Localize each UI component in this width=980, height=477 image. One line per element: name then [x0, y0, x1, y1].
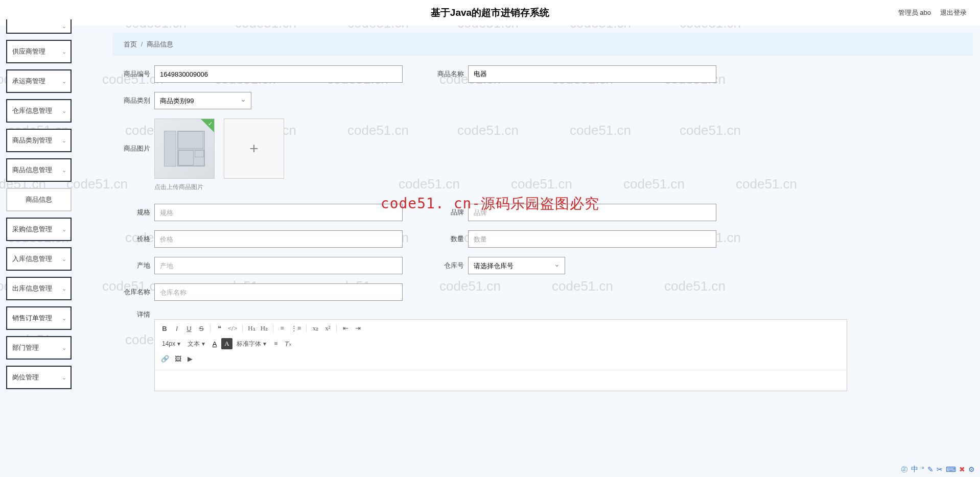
italic-icon[interactable]: I — [171, 323, 182, 334]
quote-icon[interactable]: ❝ — [214, 323, 225, 334]
breadcrumb-home[interactable]: 首页 — [124, 40, 137, 48]
sidebar-item-carrier[interactable]: 承运商管理⌄ — [6, 69, 72, 93]
input-warehouse-name[interactable] — [154, 283, 403, 301]
sidebar-item-sales[interactable]: 销售订单管理⌄ — [6, 306, 72, 330]
h1-icon[interactable]: H₁ — [246, 323, 257, 334]
editor-toolbar: B I U S ❝ </> H₁ H₂ ≡ ⋮≡ x₂ — [155, 320, 847, 370]
sidebar: ⌄ 供应商管理⌄ 承运商管理⌄ 仓库信息管理⌄ 商品类别管理⌄ 商品信息管理⌄ … — [6, 26, 72, 391]
label-detail: 详情 — [120, 310, 150, 319]
check-icon — [201, 119, 214, 132]
product-image-thumb[interactable] — [154, 118, 215, 179]
chevron-down-icon: ⌄ — [62, 256, 66, 263]
code-icon[interactable]: </> — [226, 323, 239, 334]
chevron-down-icon: ⌄ — [62, 167, 66, 174]
label-warehouse-no: 仓库号 — [433, 261, 464, 270]
sidebar-item-outbound[interactable]: 出库信息管理⌄ — [6, 277, 72, 300]
input-product-id[interactable] — [154, 65, 403, 83]
chevron-down-icon: ⌄ — [62, 108, 66, 114]
logout-link[interactable]: 退出登录 — [940, 8, 967, 17]
label-brand: 品牌 — [433, 208, 464, 217]
sidebar-item-position[interactable]: 岗位管理⌄ — [6, 366, 72, 389]
chevron-down-icon: ⌄ — [62, 315, 66, 322]
sidebar-item-warehouse[interactable]: 仓库信息管理⌄ — [6, 99, 72, 123]
input-spec[interactable] — [154, 204, 403, 221]
subscript-icon[interactable]: x₂ — [310, 323, 321, 334]
ul-icon[interactable]: ⋮≡ — [289, 323, 303, 334]
align-icon[interactable]: ≡ — [270, 338, 282, 349]
image-icon[interactable]: 🖼 — [172, 353, 183, 365]
input-origin[interactable] — [154, 257, 403, 274]
sidebar-item-placeholder[interactable]: ⌄ — [6, 19, 72, 34]
chevron-icon: ▾ — [177, 340, 180, 347]
sidebar-item-product-mgmt[interactable]: 商品信息管理⌄ — [6, 158, 72, 182]
sidebar-item-product-info[interactable]: 商品信息 — [6, 188, 72, 211]
chevron-down-icon: ⌄ — [62, 374, 66, 381]
breadcrumb-current: 商品信息 — [147, 40, 173, 48]
chevron-down-icon: ⌄ — [62, 23, 66, 30]
outdent-icon[interactable]: ⇥ — [352, 323, 363, 334]
label-quantity: 数量 — [433, 234, 464, 244]
sidebar-item-supplier[interactable]: 供应商管理⌄ — [6, 40, 72, 63]
breadcrumb: 首页 / 商品信息 — [112, 33, 973, 56]
select-category[interactable]: 商品类别99 — [154, 92, 251, 109]
upload-add-button[interactable]: + — [224, 118, 284, 179]
select-warehouse-no[interactable]: 请选择仓库号 — [468, 257, 565, 274]
ol-icon[interactable]: ≡ — [276, 323, 288, 334]
label-origin: 产地 — [120, 261, 150, 270]
upload-hint: 点击上传商品图片 — [154, 183, 966, 192]
chevron-down-icon: ⌄ — [62, 345, 66, 351]
input-product-name[interactable] — [468, 65, 716, 83]
label-image: 商品图片 — [120, 144, 150, 153]
label-category: 商品类别 — [120, 96, 150, 105]
superscript-icon[interactable]: x² — [322, 323, 333, 334]
label-product-name: 商品名称 — [433, 69, 464, 79]
header: 基于Java的超市进销存系统 管理员 abo 退出登录 — [0, 0, 980, 26]
strike-icon[interactable]: S — [196, 323, 207, 334]
bg-color-icon[interactable]: A — [221, 338, 232, 349]
video-icon[interactable]: ▶ — [184, 353, 196, 365]
rich-text-editor: B I U S ❝ </> H₁ H₂ ≡ ⋮≡ x₂ — [154, 319, 847, 391]
h2-icon[interactable]: H₂ — [259, 323, 270, 334]
sidebar-item-dept[interactable]: 部门管理⌄ — [6, 336, 72, 360]
bold-icon[interactable]: B — [159, 323, 170, 334]
label-warehouse-name: 仓库名称 — [120, 288, 150, 297]
label-spec: 规格 — [120, 208, 150, 217]
sidebar-item-purchase[interactable]: 采购信息管理⌄ — [6, 218, 72, 241]
label-price: 价格 — [120, 234, 150, 244]
editor-body[interactable] — [155, 370, 847, 391]
sidebar-item-inbound[interactable]: 入库信息管理⌄ — [6, 247, 72, 271]
chevron-icon: ▾ — [263, 340, 266, 347]
user-label[interactable]: 管理员 abo — [898, 8, 931, 17]
chevron-down-icon: ⌄ — [62, 78, 66, 85]
chevron-down-icon: ⌄ — [62, 49, 66, 55]
main-content: 首页 / 商品信息 商品编号 商品名称 商品类别 商品类别99 — [112, 26, 973, 391]
link-icon[interactable]: 🔗 — [159, 353, 171, 365]
page-title: 基于Java的超市进销存系统 — [0, 6, 980, 19]
input-brand[interactable] — [468, 204, 716, 221]
label-product-id: 商品编号 — [120, 69, 150, 79]
chevron-down-icon: ⌄ — [62, 137, 66, 144]
input-quantity[interactable] — [468, 230, 716, 248]
indent-icon[interactable]: ⇤ — [340, 323, 351, 334]
font-size-select[interactable]: 14px ▾ — [159, 340, 183, 347]
text-type-select[interactable]: 文本 ▾ — [184, 340, 208, 348]
sidebar-item-category[interactable]: 商品类别管理⌄ — [6, 129, 72, 152]
clear-format-icon[interactable]: Tₓ — [283, 338, 294, 349]
chevron-down-icon: ⌄ — [62, 285, 66, 292]
font-family-select[interactable]: 标准字体 ▾ — [234, 340, 269, 348]
chevron-down-icon: ⌄ — [62, 226, 66, 233]
input-price[interactable] — [154, 230, 403, 248]
chevron-icon: ▾ — [202, 340, 205, 347]
underline-icon[interactable]: U — [183, 323, 195, 334]
text-color-icon[interactable]: A — [209, 338, 220, 349]
